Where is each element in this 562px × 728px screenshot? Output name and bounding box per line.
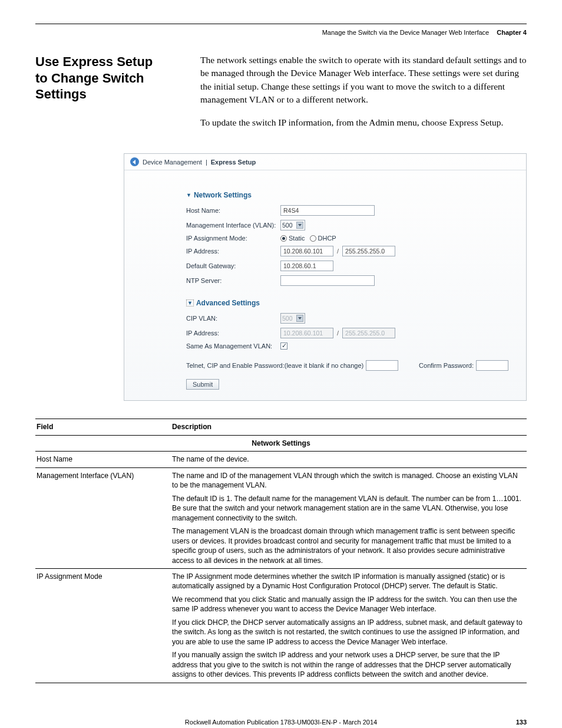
chevron-down-icon: ▼	[186, 192, 191, 198]
col-description: Description	[171, 419, 527, 435]
intro-para-2: To update the switch IP information, fro…	[200, 116, 527, 129]
breadcrumb: Device Management | Express Setup	[124, 154, 526, 170]
ntp-label: NTP Server:	[186, 277, 280, 284]
network-settings-header[interactable]: ▼ Network Settings	[186, 191, 508, 199]
same-vlan-label: Same As Management VLAN:	[186, 342, 280, 350]
table-row: Management Interface (VLAN) The name and…	[35, 467, 527, 568]
desc-ip-mode: The IP Assignment mode determines whethe…	[171, 568, 527, 683]
header-title: Manage the Switch via the Device Manager…	[322, 29, 490, 36]
submit-button[interactable]: Submit	[186, 379, 219, 390]
advanced-settings-header[interactable]: ▼ Advanced Settings	[186, 299, 508, 307]
password-label: Telnet, CIP and Enable Password:(leave i…	[186, 362, 363, 369]
chapter-label: Chapter 4	[497, 29, 527, 36]
table-row: Host Name The name of the device.	[35, 452, 527, 467]
ntp-input[interactable]	[280, 275, 375, 286]
cip-ip-label: IP Address:	[186, 330, 280, 337]
body-copy: The network settings enable the switch t…	[200, 54, 527, 139]
section-heading: Use Express Setup to Change Switch Setti…	[35, 54, 183, 139]
intro-para-1: The network settings enable the switch t…	[200, 54, 527, 107]
publication-info: Rockwell Automation Publication 1783-UM0…	[185, 719, 377, 726]
ip-mode-label: IP Assignment Mode:	[186, 235, 280, 242]
host-name-input[interactable]	[280, 205, 375, 216]
field-mgmt-vlan: Management Interface (VLAN)	[35, 467, 171, 568]
cip-ip-input	[280, 328, 333, 338]
subnet-mask-input[interactable]	[342, 246, 395, 256]
host-name-label: Host Name:	[186, 207, 280, 214]
confirm-password-input[interactable]	[476, 360, 508, 371]
password-input[interactable]	[366, 360, 398, 371]
gateway-input[interactable]	[280, 261, 333, 271]
cip-vlan-select: 500	[280, 313, 305, 324]
field-host-name: Host Name	[35, 452, 171, 467]
ip-address-label: IP Address:	[186, 248, 280, 255]
field-description-table: Field Description Network Settings Host …	[35, 419, 527, 683]
col-field: Field	[35, 419, 171, 435]
confirm-password-label: Confirm Password:	[419, 362, 474, 369]
cip-vlan-label: CIP VLAN:	[186, 315, 280, 322]
field-ip-mode: IP Assignment Mode	[35, 568, 171, 683]
same-vlan-checkbox[interactable]	[280, 342, 287, 350]
running-header: Manage the Switch via the Device Manager…	[35, 29, 527, 36]
express-setup-panel: Device Management | Express Setup ▼ Netw…	[124, 153, 527, 401]
page-footer: Rockwell Automation Publication 1783-UM0…	[35, 719, 527, 726]
breadcrumb-express-setup: Express Setup	[211, 159, 256, 166]
chevron-down-icon	[296, 315, 303, 322]
ip-address-input[interactable]	[280, 246, 333, 256]
gateway-label: Default Gateway:	[186, 262, 280, 269]
cip-mask-input	[342, 328, 395, 338]
page-number: 133	[516, 719, 527, 726]
chevron-down-icon: ▼	[186, 299, 194, 307]
static-radio[interactable]	[280, 235, 287, 242]
breadcrumb-device-mgmt[interactable]: Device Management	[143, 159, 202, 166]
desc-host-name: The name of the device.	[171, 452, 527, 467]
table-section-network: Network Settings	[35, 435, 527, 451]
back-icon[interactable]	[130, 157, 139, 166]
chevron-down-icon	[296, 222, 303, 229]
desc-mgmt-vlan: The name and ID of the management VLAN t…	[171, 467, 527, 568]
mgmt-vlan-select[interactable]: 500	[280, 220, 305, 230]
table-row: IP Assignment Mode The IP Assignment mod…	[35, 568, 527, 683]
dhcp-radio[interactable]	[310, 235, 316, 242]
mgmt-vlan-label: Management Interface (VLAN):	[186, 222, 280, 229]
